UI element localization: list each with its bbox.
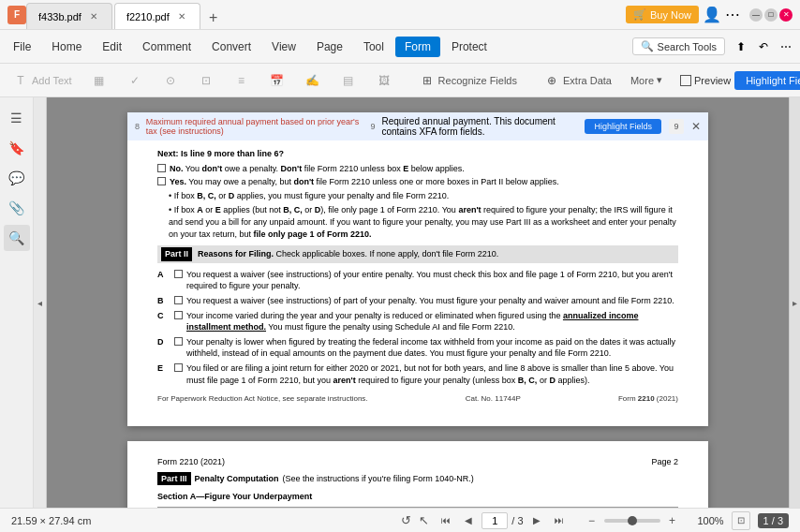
circle-icon: ⊙ [162, 72, 179, 89]
sidebar-icon-search[interactable]: 🔍 [4, 225, 30, 251]
search-tools-button[interactable]: 🔍 Search Tools [632, 37, 725, 55]
check-box-icon [680, 75, 691, 86]
fit-page-button[interactable]: ⊡ [732, 511, 750, 530]
zoom-out-button[interactable]: − [584, 512, 600, 529]
preview-label: Preview [694, 75, 731, 86]
more-button[interactable]: More ▾ [622, 70, 671, 90]
preview-checkbox[interactable]: Preview [680, 75, 731, 86]
part2-header-row: Part II Reasons for Filing. Check applic… [157, 245, 678, 263]
tab-f2210[interactable]: f2210.pdf ✕ [114, 3, 200, 29]
sidebar-icon-bookmarks[interactable]: 🔖 [4, 135, 30, 161]
xfa-notice-close[interactable]: ✕ [691, 120, 701, 133]
tab-f2210-close[interactable]: ✕ [175, 10, 188, 23]
letter-d: D [157, 336, 167, 348]
rotate-left-icon[interactable]: ↺ [401, 513, 411, 527]
field-tool-button[interactable]: ⊡ [189, 68, 223, 93]
cursor-icon[interactable]: ↖ [419, 513, 429, 527]
add-text-icon: T [12, 72, 29, 89]
menu-file[interactable]: File [4, 37, 40, 57]
barcode-tool-button[interactable]: ▤ [332, 68, 365, 93]
current-page-input[interactable] [481, 512, 508, 529]
zoom-slider[interactable] [604, 519, 660, 523]
cart-icon: 🛒 [633, 8, 646, 21]
toolbar: T Add Text ▦ ✓ ⊙ ⊡ ≡ 📅 ✍ ▤ 🖼 ⊞ Recognize… [0, 64, 800, 97]
recognize-fields-button[interactable]: ⊞ Recognize Fields [410, 68, 526, 93]
menu-home[interactable]: Home [42, 37, 91, 57]
checkbox-b[interactable] [174, 296, 183, 304]
menu-view[interactable]: View [262, 37, 305, 57]
sidebar-icon-attachments[interactable]: 📎 [4, 195, 30, 221]
undo-icon[interactable]: ↶ [753, 37, 774, 57]
first-page-button[interactable]: ⏮ [437, 511, 455, 530]
checkbox-a[interactable] [174, 270, 183, 278]
circle-tool-button[interactable]: ⊙ [154, 68, 187, 93]
date-tool-button[interactable]: 📅 [260, 68, 294, 93]
prev-page-button[interactable]: ◀ [459, 511, 478, 530]
bullet-bc: • If box B, C, or D applies, you must fi… [169, 190, 678, 202]
close-button[interactable]: ✕ [779, 8, 793, 22]
choice-yes-text: Yes. You may owe a penalty, but don't fi… [170, 176, 559, 188]
add-tab-button[interactable]: + [202, 7, 225, 29]
checkbox-no[interactable] [157, 164, 166, 172]
menu-page[interactable]: Page [307, 37, 352, 57]
checkbox-e[interactable] [174, 363, 183, 372]
next-page-button[interactable]: ▶ [527, 511, 546, 530]
menu-edit[interactable]: Edit [93, 37, 131, 57]
checkbox-c[interactable] [174, 311, 183, 319]
left-panel-collapse[interactable]: ◂ [34, 97, 47, 508]
tab-f433b-close[interactable]: ✕ [87, 10, 100, 23]
choice-yes: Yes. You may owe a penalty, but don't fi… [157, 176, 678, 188]
share-icon[interactable]: ⬆ [731, 37, 751, 57]
barcode-icon: ▤ [340, 72, 357, 89]
tab-f433b[interactable]: f433b.pdf ✕ [26, 3, 112, 29]
check-icon: ✓ [126, 72, 143, 89]
more-options-icon[interactable]: ⋯ [725, 6, 740, 23]
extra-data-button[interactable]: ⊕ Extra Data [535, 68, 620, 93]
list-tool-button[interactable]: ≡ [225, 68, 259, 93]
menu-bar: File Home Edit Comment Convert View Page… [0, 30, 800, 64]
sign-tool-button[interactable]: ✍ [296, 68, 330, 93]
part2-header: Part II [161, 247, 192, 261]
content-area[interactable]: 8 Maximum required annual payment based … [47, 97, 789, 508]
xfa-row-8: 8 Maximum required annual payment based … [135, 117, 360, 136]
more-label: More [630, 75, 654, 86]
chevron-down-icon: ▾ [657, 74, 662, 86]
menu-protect[interactable]: Protect [442, 37, 496, 57]
bottom-bar: 21.59 × 27.94 cm ↺ ↖ ⏮ ◀ / 3 ▶ ⏭ − + 100… [0, 508, 800, 532]
menu-comment[interactable]: Comment [133, 37, 200, 57]
part2-row-e: E You filed or are filing a joint return… [157, 362, 678, 386]
zoom-in-button[interactable]: + [664, 512, 681, 529]
checkbox-d[interactable] [174, 337, 183, 346]
tab-f433b-label: f433b.pdf [38, 11, 81, 22]
buy-now-button[interactable]: 🛒 Buy Now [626, 6, 699, 23]
letter-e: E [157, 362, 167, 375]
image-tool-button[interactable]: 🖼 [367, 68, 401, 93]
left-sidebar: ☰ 🔖 💬 📎 🔍 [0, 97, 34, 508]
add-text-button[interactable]: T Add Text [4, 68, 81, 93]
sidebar-icon-comments[interactable]: 💬 [4, 165, 30, 191]
part3-subtitle: (See the instructions if you're filing F… [283, 473, 474, 485]
maximize-button[interactable]: □ [764, 8, 778, 22]
more-menu-icon[interactable]: ⋯ [776, 37, 796, 57]
xfa-row-8-text: Maximum required annual payment based on… [146, 117, 360, 136]
last-page-button[interactable]: ⏭ [550, 511, 569, 530]
right-panel-collapse[interactable]: ▸ [789, 97, 800, 508]
highlight-fields-button[interactable]: Highlight Fields [734, 71, 800, 90]
menu-convert[interactable]: Convert [202, 37, 260, 57]
row-9-indicator: 9 [371, 122, 377, 131]
page2-content: Form 2210 (2021) Page 2 Part III Penalty… [157, 456, 678, 508]
letter-b: B [157, 295, 167, 307]
check-tool-button[interactable]: ✓ [118, 68, 152, 93]
footnote-cat: Cat. No. 11744P [466, 393, 521, 404]
page2-form-label: Form 2210 (2021) [157, 456, 225, 468]
checkbox-yes[interactable] [157, 177, 166, 185]
select-tool-button[interactable]: ▦ [82, 68, 116, 93]
part3-header: Part III [157, 472, 191, 486]
minimize-button[interactable]: — [749, 8, 763, 22]
user-icon[interactable]: 👤 [703, 6, 721, 23]
sidebar-icon-pages[interactable]: ☰ [4, 105, 30, 131]
extra-data-label: Extra Data [563, 75, 612, 86]
menu-tool[interactable]: Tool [354, 37, 393, 57]
highlight-fields-inline-button[interactable]: Highlight Fields [585, 119, 661, 134]
menu-form[interactable]: Form [395, 37, 440, 57]
